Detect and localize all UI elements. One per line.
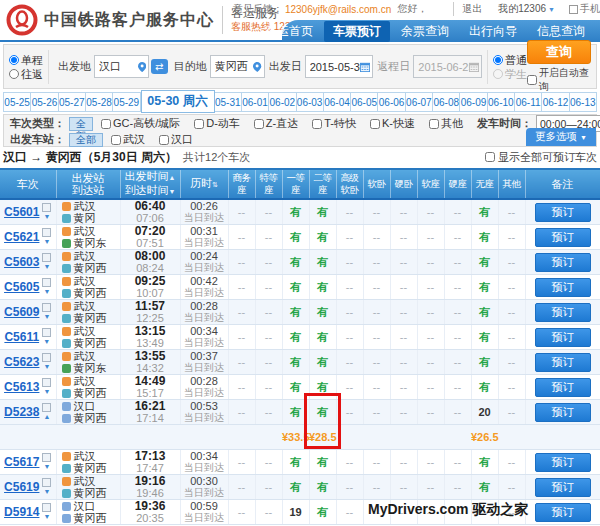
radio-option[interactable]: 学生 <box>493 68 527 80</box>
book-button[interactable]: 预订 <box>535 353 591 372</box>
expand-arrow-icon[interactable]: ▲ <box>43 413 50 421</box>
train-number-link[interactable]: C5609 <box>4 306 39 318</box>
filter-checkbox[interactable]: T-特快 <box>312 116 356 131</box>
from-city-input[interactable] <box>94 55 149 78</box>
sort-asc-icon[interactable]: ▲ <box>169 174 176 181</box>
book-button[interactable]: 预订 <box>535 378 591 397</box>
to-city-value[interactable] <box>215 61 254 73</box>
filter-checkbox[interactable]: 汉口 <box>159 132 193 147</box>
date-cell[interactable]: 06-05 <box>351 92 378 112</box>
date-cell[interactable]: 06-08 <box>433 92 460 112</box>
date-cell[interactable]: 05-31 <box>215 92 242 112</box>
train-number-link[interactable]: C5621 <box>4 231 39 243</box>
sort-both-icon[interactable]: ⇅ <box>212 181 218 188</box>
column-header-times[interactable]: 出发时间▲ 到达时间▼ <box>120 169 180 199</box>
expand-arrow-icon[interactable]: ▼ <box>43 513 50 521</box>
train-number-link[interactable]: C5603 <box>4 256 39 268</box>
auto-query-toggle[interactable]: 开启自动查询 <box>527 66 591 94</box>
date-cell[interactable]: 06-03 <box>297 92 324 112</box>
expand-arrow-icon[interactable]: ▼ <box>43 238 50 246</box>
date-cell[interactable]: 06-07 <box>406 92 433 112</box>
date-cell[interactable]: 05-27 <box>59 92 86 112</box>
book-button[interactable]: 预订 <box>535 478 591 497</box>
train-number-link[interactable]: C5623 <box>4 356 39 368</box>
book-button[interactable]: 预订 <box>535 403 591 422</box>
filter-checkbox[interactable]: Z-直达 <box>254 116 298 131</box>
book-button[interactable]: 预订 <box>535 228 591 247</box>
filter-checkbox[interactable]: GC-高铁/城际 <box>101 116 180 131</box>
column-header-duration[interactable]: 历时⇅ <box>180 169 228 199</box>
train-number-link[interactable]: D5914 <box>4 506 39 518</box>
query-button[interactable]: 查询 <box>527 40 591 64</box>
nav-tab[interactable]: 车票预订 <box>324 21 390 42</box>
more-options-button[interactable]: 更多选项▼ <box>526 128 596 146</box>
swap-stations-icon[interactable]: ⇄ <box>151 59 168 74</box>
calendar-icon[interactable] <box>360 61 370 73</box>
expand-arrow-icon[interactable]: ▼ <box>43 463 50 471</box>
expand-arrow-icon[interactable]: ▼ <box>43 388 50 396</box>
to-city-input[interactable] <box>210 55 265 78</box>
filter-checkbox[interactable]: K-快速 <box>370 116 415 131</box>
expand-arrow-icon[interactable]: ▼ <box>43 338 50 346</box>
date-cell[interactable]: 05-29 <box>113 92 140 112</box>
date-cell[interactable]: 05-28 <box>86 92 113 112</box>
expand-arrow-icon[interactable]: ▼ <box>43 363 50 371</box>
feedback-email-link[interactable]: 12306yjfk@rails.com.cn <box>285 4 391 15</box>
column-header-train[interactable]: 车次 <box>0 169 56 199</box>
book-button[interactable]: 预订 <box>535 203 591 222</box>
date-cell[interactable]: 05-25 <box>3 92 31 112</box>
date-cell[interactable]: 06-04 <box>324 92 351 112</box>
book-button[interactable]: 预订 <box>535 303 591 322</box>
nav-tab[interactable]: 信息查询 <box>528 21 594 42</box>
train-number-link[interactable]: C5605 <box>4 281 39 293</box>
sort-desc-icon[interactable]: ▼ <box>169 188 176 195</box>
location-pin-icon[interactable] <box>138 61 146 73</box>
train-type-all-chip[interactable]: 全部 <box>69 117 93 131</box>
nav-tab[interactable]: 出行向导 <box>460 21 526 42</box>
filter-checkbox[interactable]: D-动车 <box>194 116 240 131</box>
date-cell[interactable]: 06-02 <box>269 92 296 112</box>
radio-option[interactable]: 往返 <box>9 68 43 80</box>
train-number-link[interactable]: C5611 <box>4 331 39 343</box>
date-cell[interactable]: 06-10 <box>488 92 515 112</box>
train-number-link[interactable]: C5617 <box>4 456 39 468</box>
my-12306-link[interactable]: 我的12306▼ <box>498 2 555 16</box>
train-number-link[interactable]: C5619 <box>4 481 39 493</box>
expand-arrow-icon[interactable]: ▼ <box>43 263 50 271</box>
from-city-value[interactable] <box>99 61 138 73</box>
radio-option[interactable]: 普通 <box>493 54 527 66</box>
depart-date-input[interactable] <box>305 55 374 78</box>
nav-tab[interactable]: 客运首页 <box>256 21 322 42</box>
train-number-link[interactable]: C5601 <box>4 206 39 218</box>
date-cell[interactable]: 06-11 <box>515 92 542 112</box>
location-pin-icon[interactable] <box>253 61 261 73</box>
book-button[interactable]: 预订 <box>535 503 591 522</box>
date-cell[interactable]: 06-06 <box>378 92 405 112</box>
auto-query-checkbox[interactable] <box>527 75 537 85</box>
book-button[interactable]: 预订 <box>535 328 591 347</box>
train-number-link[interactable]: C5613 <box>4 381 39 393</box>
show-all-toggle[interactable]: 显示全部可预订车次 <box>485 150 597 165</box>
return-date-input[interactable] <box>413 55 482 78</box>
date-cell[interactable]: 05-26 <box>31 92 58 112</box>
book-button[interactable]: 预订 <box>535 253 591 272</box>
book-button[interactable]: 预订 <box>535 278 591 297</box>
nav-tab[interactable]: 余票查询 <box>392 21 458 42</box>
date-cell[interactable]: 05-30 周六 <box>141 90 215 113</box>
date-cell[interactable]: 06-09 <box>460 92 487 112</box>
date-cell[interactable]: 06-13 <box>570 92 597 112</box>
train-number-link[interactable]: D5238 <box>4 406 39 418</box>
expand-arrow-icon[interactable]: ▼ <box>43 213 50 221</box>
expand-arrow-icon[interactable]: ▼ <box>43 288 50 296</box>
mobile-version-link[interactable]: 手机版 <box>569 2 600 16</box>
filter-checkbox[interactable]: 其他 <box>429 116 463 131</box>
depart-date-value[interactable] <box>310 61 361 73</box>
return-date-value[interactable] <box>418 61 469 73</box>
logout-link[interactable]: 退出 <box>453 2 482 16</box>
date-cell[interactable]: 06-12 <box>542 92 569 112</box>
radio-option[interactable]: 单程 <box>9 54 43 66</box>
book-button[interactable]: 预订 <box>535 453 591 472</box>
filter-checkbox[interactable]: 武汉 <box>111 132 145 147</box>
expand-arrow-icon[interactable]: ▼ <box>43 488 50 496</box>
depart-station-all-chip[interactable]: 全部 <box>69 133 103 147</box>
